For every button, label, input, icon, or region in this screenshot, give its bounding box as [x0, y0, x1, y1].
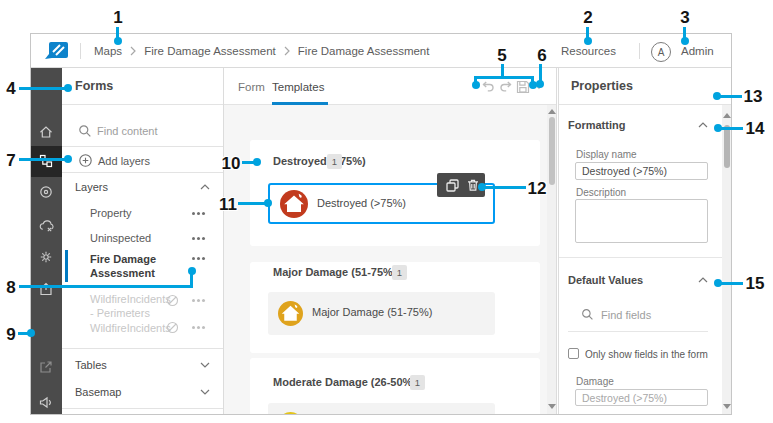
layer-item-fire-damage-assessment[interactable]: Fire Damage Assessment [90, 252, 168, 280]
layer-item-property[interactable]: Property [90, 206, 168, 220]
scrollbar-thumb[interactable] [549, 117, 555, 185]
geofences-icon[interactable] [38, 184, 54, 200]
esri-logo-icon [44, 41, 70, 61]
section-divider [558, 257, 722, 258]
template-group-major: Major Damage (51-75%) 1 Major Damage (51… [250, 262, 540, 353]
annotated-screenshot: MapsFire Damage AssessmentFire Damage As… [0, 0, 773, 423]
layer-options-icon[interactable] [192, 212, 195, 215]
scroll-up-icon[interactable] [723, 113, 731, 118]
callout-1: 1 [113, 8, 122, 28]
layers-section-header[interactable]: Layers [75, 181, 108, 193]
undo-icon[interactable] [480, 79, 496, 95]
callout-6-dot [536, 80, 544, 88]
layer-options-icon[interactable] [192, 237, 195, 240]
damage-field-input[interactable] [575, 389, 708, 406]
sharing-icon[interactable] [38, 281, 54, 297]
callout-9: 9 [6, 325, 15, 345]
callout-5: 5 [497, 46, 506, 66]
layer-options-icon[interactable] [192, 326, 195, 329]
feedback-megaphone-icon[interactable] [38, 394, 54, 410]
breadcrumb-map-name[interactable]: Fire Damage Assessment [144, 34, 276, 69]
panel-divider [556, 68, 557, 414]
template-card-moderate[interactable]: Moderate Damage (26-50%) [268, 403, 495, 414]
scrollbar[interactable] [722, 105, 732, 414]
callout-14-line [720, 127, 743, 130]
scroll-down-icon[interactable] [723, 404, 731, 409]
forms-panel: Forms Find content Add layers Layers Pro… [62, 68, 224, 414]
chevron-up-icon[interactable] [200, 184, 210, 190]
header-divider [639, 43, 640, 59]
properties-content: Formatting Display name Description Defa… [558, 105, 732, 414]
offline-cloud-icon[interactable] [38, 218, 54, 234]
chevron-up-icon[interactable] [698, 122, 708, 128]
callout-4: 4 [6, 79, 15, 99]
properties-panel-title: Properties [571, 68, 633, 104]
callout-11-dot [264, 199, 272, 207]
chevron-down-icon[interactable] [200, 389, 210, 395]
divider [62, 348, 223, 349]
scrollbar-thumb[interactable] [724, 125, 730, 168]
callout-15-dot [714, 279, 722, 287]
callout-14: 14 [746, 119, 765, 139]
add-circle-icon [79, 154, 92, 167]
callout-5-dot [472, 81, 480, 89]
chevron-right-icon [284, 34, 290, 68]
avatar[interactable]: A [651, 42, 671, 62]
callout-8-dot [188, 267, 196, 275]
external-link-icon[interactable] [38, 359, 54, 375]
layer-item-wildfire-perimeters: WildfireIncidents - Perimeters [90, 292, 174, 320]
basemap-section-header[interactable]: Basemap [75, 386, 121, 398]
add-layers-button[interactable]: Add layers [98, 155, 150, 167]
divider [62, 104, 223, 105]
callout-7-line [19, 158, 67, 161]
app-window: MapsFire Damage AssessmentFire Damage As… [30, 33, 732, 415]
chevron-up-icon[interactable] [698, 277, 708, 283]
find-fields-input[interactable]: Find fields [601, 309, 651, 321]
not-editable-icon [166, 321, 179, 334]
display-name-input[interactable] [575, 162, 708, 180]
chevron-down-icon[interactable] [200, 362, 210, 368]
callout-13: 13 [744, 87, 763, 107]
template-group-heading: Major Damage (51-75%) [273, 266, 397, 278]
layer-options-icon[interactable] [192, 257, 195, 260]
home-icon[interactable] [38, 124, 54, 140]
forms-icon[interactable] [38, 153, 54, 169]
not-editable-icon [166, 294, 179, 307]
callout-15: 15 [746, 274, 765, 294]
layer-item-uninspected[interactable]: Uninspected [90, 231, 168, 245]
callout-6: 6 [537, 46, 546, 66]
scroll-up-icon[interactable] [548, 109, 556, 114]
callout-3-dot [681, 37, 689, 45]
editor-panel: Form Templates Destroy [224, 68, 557, 414]
major-damage-symbol-icon [278, 301, 303, 326]
display-name-label: Display name [576, 149, 637, 160]
scroll-down-icon[interactable] [548, 404, 556, 409]
callout-4-line [19, 87, 67, 90]
template-card-major[interactable]: Major Damage (51-75%) [268, 292, 495, 335]
settings-gear-icon[interactable] [38, 249, 54, 265]
duplicate-icon[interactable] [445, 178, 460, 193]
divider [62, 172, 223, 173]
only-show-fields-checkbox[interactable] [568, 348, 579, 359]
editor-tabs: Form Templates [224, 68, 557, 105]
description-textarea[interactable] [575, 199, 708, 243]
selected-layer-indicator [65, 250, 68, 282]
template-group-heading: Destroyed (>75%) [273, 155, 366, 167]
tab-form[interactable]: Form [238, 68, 265, 105]
tab-templates[interactable]: Templates [272, 68, 324, 105]
default-values-section-header[interactable]: Default Values [568, 274, 643, 286]
callout-8-line [19, 285, 193, 288]
redo-icon[interactable] [498, 79, 514, 95]
tables-section-header[interactable]: Tables [75, 359, 107, 371]
moderate-damage-symbol-icon [278, 412, 303, 414]
callout-12-dot [478, 183, 486, 191]
callout-15-line [720, 282, 743, 285]
find-content-input[interactable]: Find content [97, 125, 158, 137]
formatting-section-header[interactable]: Formatting [568, 119, 625, 131]
callout-4-dot [64, 84, 72, 92]
callout-12: 12 [528, 179, 547, 199]
callout-13-dot [713, 92, 721, 100]
layer-options-icon[interactable] [192, 299, 195, 302]
chevron-right-icon [130, 34, 136, 68]
callout-13-line [719, 95, 742, 98]
